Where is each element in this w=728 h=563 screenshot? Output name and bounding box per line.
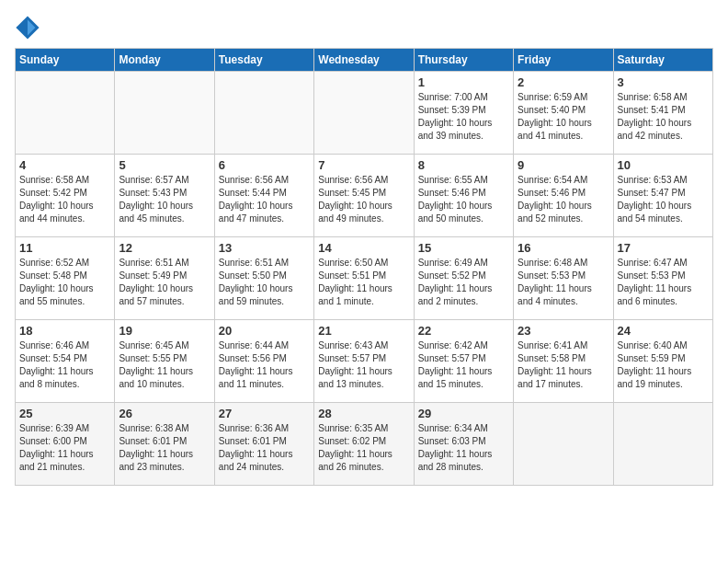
day-info: Sunrise: 6:47 AM Sunset: 5:53 PM Dayligh… [618, 257, 709, 308]
day-number: 16 [518, 241, 609, 255]
calendar-day-cell: 22Sunrise: 6:42 AM Sunset: 5:57 PM Dayli… [414, 320, 513, 403]
calendar-day-cell: 10Sunrise: 6:53 AM Sunset: 5:47 PM Dayli… [613, 155, 712, 237]
day-info: Sunrise: 6:46 AM Sunset: 5:54 PM Dayligh… [19, 339, 110, 391]
day-number: 15 [418, 241, 509, 255]
day-number: 25 [19, 407, 110, 420]
logo-icon [15, 15, 40, 40]
calendar-week-row: 18Sunrise: 6:46 AM Sunset: 5:54 PM Dayli… [16, 320, 713, 403]
day-info: Sunrise: 6:51 AM Sunset: 5:49 PM Dayligh… [119, 257, 210, 308]
day-info: Sunrise: 6:35 AM Sunset: 6:02 PM Dayligh… [318, 422, 409, 474]
calendar-day-cell: 8Sunrise: 6:55 AM Sunset: 5:46 PM Daylig… [414, 155, 513, 237]
calendar-day-cell [314, 72, 414, 155]
weekday-header-cell: Monday [115, 49, 214, 72]
day-number: 24 [618, 324, 709, 338]
day-number: 4 [19, 158, 110, 172]
day-info: Sunrise: 6:56 AM Sunset: 5:45 PM Dayligh… [318, 174, 409, 225]
day-number: 11 [19, 241, 110, 255]
calendar-day-cell: 25Sunrise: 6:39 AM Sunset: 6:00 PM Dayli… [16, 403, 115, 486]
day-info: Sunrise: 6:55 AM Sunset: 5:46 PM Dayligh… [418, 174, 509, 225]
day-info: Sunrise: 6:42 AM Sunset: 5:57 PM Dayligh… [418, 339, 509, 391]
day-number: 20 [219, 324, 310, 338]
calendar-day-cell: 15Sunrise: 6:49 AM Sunset: 5:52 PM Dayli… [414, 237, 513, 320]
day-info: Sunrise: 6:52 AM Sunset: 5:48 PM Dayligh… [19, 257, 110, 308]
day-number: 21 [318, 324, 409, 338]
weekday-header-cell: Tuesday [214, 49, 313, 72]
calendar-week-row: 11Sunrise: 6:52 AM Sunset: 5:48 PM Dayli… [16, 237, 713, 320]
weekday-header-cell: Sunday [16, 49, 115, 72]
day-info: Sunrise: 6:58 AM Sunset: 5:42 PM Dayligh… [19, 174, 110, 225]
day-number: 10 [618, 158, 709, 172]
calendar-day-cell: 18Sunrise: 6:46 AM Sunset: 5:54 PM Dayli… [16, 320, 115, 403]
day-info: Sunrise: 6:48 AM Sunset: 5:53 PM Dayligh… [518, 257, 609, 308]
day-info: Sunrise: 6:43 AM Sunset: 5:57 PM Dayligh… [318, 339, 409, 391]
day-info: Sunrise: 6:41 AM Sunset: 5:58 PM Dayligh… [518, 339, 609, 391]
calendar-day-cell: 12Sunrise: 6:51 AM Sunset: 5:49 PM Dayli… [115, 237, 214, 320]
calendar-day-cell: 16Sunrise: 6:48 AM Sunset: 5:53 PM Dayli… [514, 237, 613, 320]
calendar-day-cell: 24Sunrise: 6:40 AM Sunset: 5:59 PM Dayli… [613, 320, 712, 403]
day-info: Sunrise: 6:53 AM Sunset: 5:47 PM Dayligh… [618, 174, 709, 225]
day-number: 13 [219, 241, 310, 255]
day-info: Sunrise: 6:38 AM Sunset: 6:01 PM Dayligh… [119, 422, 210, 474]
calendar-day-cell: 2Sunrise: 6:59 AM Sunset: 5:40 PM Daylig… [514, 72, 613, 155]
calendar-day-cell: 4Sunrise: 6:58 AM Sunset: 5:42 PM Daylig… [16, 155, 115, 237]
calendar-day-cell: 14Sunrise: 6:50 AM Sunset: 5:51 PM Dayli… [314, 237, 414, 320]
calendar-day-cell: 21Sunrise: 6:43 AM Sunset: 5:57 PM Dayli… [314, 320, 414, 403]
day-number: 19 [119, 324, 210, 338]
day-number: 27 [219, 407, 310, 420]
weekday-header-row: SundayMondayTuesdayWednesdayThursdayFrid… [16, 49, 713, 72]
day-number: 9 [518, 158, 609, 172]
day-info: Sunrise: 6:58 AM Sunset: 5:41 PM Dayligh… [618, 91, 709, 143]
calendar-day-cell [514, 403, 613, 486]
calendar-day-cell: 11Sunrise: 6:52 AM Sunset: 5:48 PM Dayli… [16, 237, 115, 320]
calendar-day-cell: 5Sunrise: 6:57 AM Sunset: 5:43 PM Daylig… [115, 155, 214, 237]
weekday-header-cell: Wednesday [314, 49, 414, 72]
day-number: 1 [418, 75, 509, 89]
calendar-week-row: 1Sunrise: 7:00 AM Sunset: 5:39 PM Daylig… [16, 72, 713, 155]
calendar-day-cell: 3Sunrise: 6:58 AM Sunset: 5:41 PM Daylig… [613, 72, 712, 155]
day-number: 8 [418, 158, 509, 172]
day-info: Sunrise: 6:50 AM Sunset: 5:51 PM Dayligh… [318, 257, 409, 308]
calendar-table: SundayMondayTuesdayWednesdayThursdayFrid… [15, 48, 713, 486]
calendar-day-cell: 23Sunrise: 6:41 AM Sunset: 5:58 PM Dayli… [514, 320, 613, 403]
day-number: 3 [618, 75, 709, 89]
day-number: 29 [418, 407, 509, 420]
day-info: Sunrise: 6:34 AM Sunset: 6:03 PM Dayligh… [418, 422, 509, 474]
day-info: Sunrise: 6:49 AM Sunset: 5:52 PM Dayligh… [418, 257, 509, 308]
calendar-day-cell [16, 72, 115, 155]
day-info: Sunrise: 6:54 AM Sunset: 5:46 PM Dayligh… [518, 174, 609, 225]
calendar-week-row: 4Sunrise: 6:58 AM Sunset: 5:42 PM Daylig… [16, 155, 713, 237]
calendar-day-cell: 29Sunrise: 6:34 AM Sunset: 6:03 PM Dayli… [414, 403, 513, 486]
calendar-day-cell: 1Sunrise: 7:00 AM Sunset: 5:39 PM Daylig… [414, 72, 513, 155]
calendar-body: 1Sunrise: 7:00 AM Sunset: 5:39 PM Daylig… [16, 72, 713, 486]
weekday-header-cell: Friday [514, 49, 613, 72]
day-info: Sunrise: 6:45 AM Sunset: 5:55 PM Dayligh… [119, 339, 210, 391]
calendar-day-cell: 26Sunrise: 6:38 AM Sunset: 6:01 PM Dayli… [115, 403, 214, 486]
day-number: 6 [219, 158, 310, 172]
day-number: 23 [518, 324, 609, 338]
calendar-day-cell: 28Sunrise: 6:35 AM Sunset: 6:02 PM Dayli… [314, 403, 414, 486]
day-number: 7 [318, 158, 409, 172]
weekday-header-cell: Thursday [414, 49, 513, 72]
day-info: Sunrise: 6:39 AM Sunset: 6:00 PM Dayligh… [19, 422, 110, 474]
day-number: 12 [119, 241, 210, 255]
calendar-day-cell: 9Sunrise: 6:54 AM Sunset: 5:46 PM Daylig… [514, 155, 613, 237]
day-info: Sunrise: 6:57 AM Sunset: 5:43 PM Dayligh… [119, 174, 210, 225]
calendar-day-cell [115, 72, 214, 155]
calendar-day-cell [613, 403, 712, 486]
day-number: 18 [19, 324, 110, 338]
day-number: 26 [119, 407, 210, 420]
day-info: Sunrise: 6:36 AM Sunset: 6:01 PM Dayligh… [219, 422, 310, 474]
day-info: Sunrise: 6:51 AM Sunset: 5:50 PM Dayligh… [219, 257, 310, 308]
calendar-day-cell: 17Sunrise: 6:47 AM Sunset: 5:53 PM Dayli… [613, 237, 712, 320]
day-number: 22 [418, 324, 509, 338]
calendar-day-cell: 20Sunrise: 6:44 AM Sunset: 5:56 PM Dayli… [214, 320, 313, 403]
calendar-day-cell: 27Sunrise: 6:36 AM Sunset: 6:01 PM Dayli… [214, 403, 313, 486]
day-number: 2 [518, 75, 609, 89]
page-header [15, 15, 713, 40]
weekday-header-cell: Saturday [613, 49, 712, 72]
calendar-day-cell: 6Sunrise: 6:56 AM Sunset: 5:44 PM Daylig… [214, 155, 313, 237]
day-info: Sunrise: 6:44 AM Sunset: 5:56 PM Dayligh… [219, 339, 310, 391]
calendar-week-row: 25Sunrise: 6:39 AM Sunset: 6:00 PM Dayli… [16, 403, 713, 486]
day-info: Sunrise: 6:59 AM Sunset: 5:40 PM Dayligh… [518, 91, 609, 143]
day-number: 17 [618, 241, 709, 255]
